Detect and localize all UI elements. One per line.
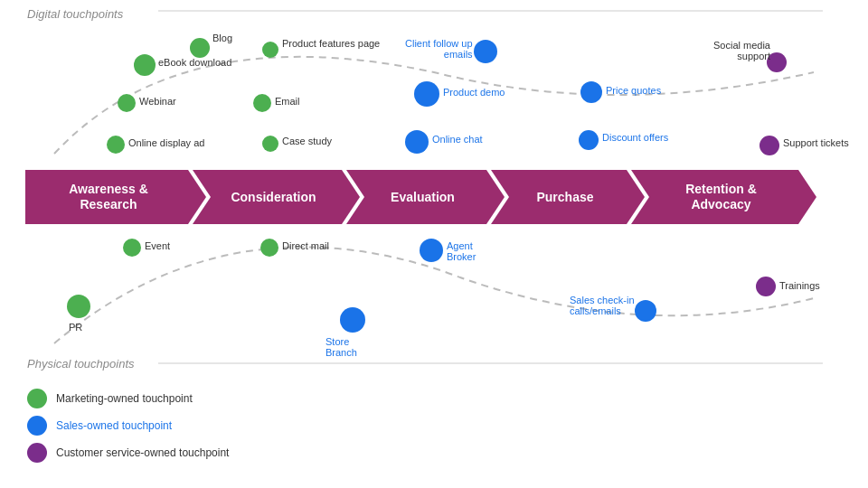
label-product-features: Product features page (282, 38, 380, 49)
label-event: Event (145, 240, 170, 251)
label-trainings: Trainings (779, 280, 820, 291)
label-agent-broker: AgentBroker (447, 240, 476, 262)
funnel-awareness: Awareness &Research (25, 170, 188, 224)
legend-sales: Sales-owned touchpoint (27, 416, 229, 436)
label-webinar: Webinar (139, 96, 176, 107)
node-case-study (262, 136, 278, 152)
node-discount-offers (579, 130, 599, 150)
node-client-followup (474, 40, 497, 63)
node-direct-mail (260, 239, 278, 257)
node-trainings (756, 277, 776, 296)
label-direct-mail: Direct mail (282, 240, 329, 251)
digital-touchpoints-label: Digital touchpoints (27, 7, 123, 21)
legend-sales-label: Sales-owned touchpoint (56, 419, 172, 432)
node-product-demo (414, 81, 439, 107)
node-price-quotes (580, 81, 602, 103)
legend-blue-dot (27, 416, 47, 436)
node-pr (67, 295, 90, 318)
label-social-media: Social mediasupport (713, 40, 770, 61)
funnel-consideration: Consideration (193, 170, 342, 224)
label-case-study: Case study (282, 136, 332, 146)
node-agent-broker (420, 239, 443, 262)
funnel-retention: Retention &Advocacy (631, 170, 798, 224)
label-discount-offers: Discount offers (602, 132, 668, 143)
legend: Marketing-owned touchpoint Sales-owned t… (27, 389, 229, 470)
label-ebook: eBook download (158, 57, 231, 68)
node-product-features (262, 42, 278, 58)
label-support-tickets: Support tickets (783, 137, 849, 148)
node-store-branch (340, 307, 365, 333)
node-support-tickets (760, 136, 779, 155)
legend-green-dot (27, 389, 47, 408)
label-blog: Blog (212, 33, 232, 43)
node-online-display (107, 136, 125, 154)
label-sales-checkin: Sales check-incalls/emails (570, 295, 635, 316)
label-online-chat: Online chat (432, 134, 483, 145)
funnel-evaluation: Evaluation (346, 170, 486, 224)
legend-customer-service-label: Customer service-owned touchpoint (56, 446, 229, 459)
label-product-demo: Product demo (443, 87, 505, 98)
label-store-branch: StoreBranch (326, 336, 357, 358)
node-online-chat (405, 130, 429, 154)
physical-touchpoints-label: Physical touchpoints (27, 357, 135, 371)
label-client-followup: Client follow upemails (405, 38, 473, 60)
node-event (123, 239, 141, 257)
funnel-purchase: Purchase (491, 170, 627, 224)
node-webinar (118, 94, 136, 112)
legend-customer-service: Customer service-owned touchpoint (27, 443, 229, 463)
node-sales-checkin (635, 300, 656, 322)
funnel: Awareness &Research Consideration Evalua… (25, 170, 798, 224)
node-ebook (134, 54, 156, 76)
node-email (253, 94, 271, 112)
label-email: Email (275, 96, 300, 107)
label-pr: PR (69, 322, 82, 333)
legend-marketing-label: Marketing-owned touchpoint (56, 392, 193, 405)
legend-purple-dot (27, 443, 47, 463)
label-online-display: Online display ad (128, 137, 204, 148)
node-blog (190, 38, 210, 58)
legend-marketing: Marketing-owned touchpoint (27, 389, 229, 408)
label-price-quotes: Price quotes (606, 85, 661, 96)
